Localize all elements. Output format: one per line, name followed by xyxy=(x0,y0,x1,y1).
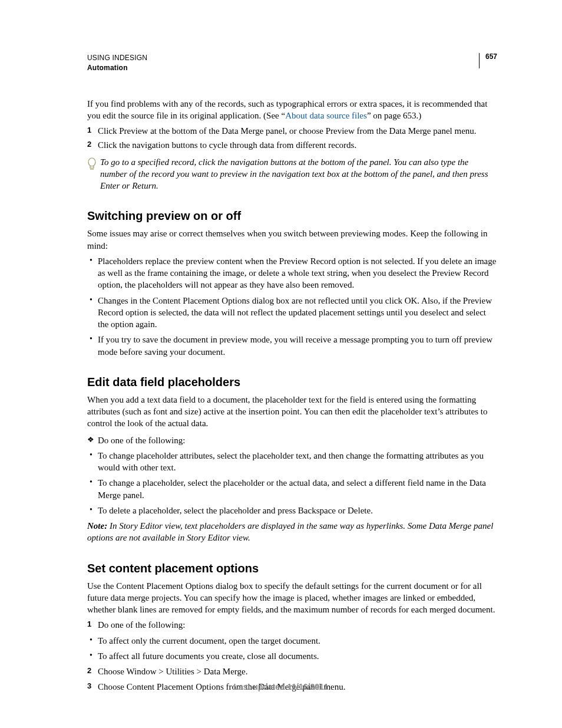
section2-bullets: To change placeholder attributes, select… xyxy=(87,450,497,516)
list-item: To affect only the current document, ope… xyxy=(87,635,497,647)
heading-switching-preview: Switching preview on or off xyxy=(87,208,497,224)
section1-intro: Some issues may arise or correct themsel… xyxy=(87,228,497,252)
header-left: USING INDESIGN Automation xyxy=(87,53,479,73)
steps-preview: Click Preview at the bottom of the Data … xyxy=(87,125,497,151)
note-body: In Story Editor view, text placeholders … xyxy=(87,521,493,542)
intro-text-after: ” on page 653.) xyxy=(367,111,421,120)
list-item: Do one of the following: xyxy=(87,619,497,631)
intro-paragraph: If you find problems with any of the rec… xyxy=(87,98,497,122)
section2-note: Note: In Story Editor view, text placeho… xyxy=(87,520,497,544)
list-item: To change a placeholder, select the plac… xyxy=(87,477,497,501)
note-label: Note: xyxy=(87,521,107,531)
list-item: To delete a placeholder, select the plac… xyxy=(87,505,497,516)
list-item: Choose Window > Utilities > Data Merge. xyxy=(87,666,497,677)
tip-block: To go to a specified record, click the n… xyxy=(87,156,497,192)
heading-content-placement: Set content placement options xyxy=(87,561,497,577)
list-item: If you try to save the document in previ… xyxy=(87,334,497,358)
document-page: USING INDESIGN Automation 657 If you fin… xyxy=(0,0,562,728)
header-section: Automation xyxy=(87,63,479,73)
list-item: To change placeholder attributes, select… xyxy=(87,450,497,474)
footer-updated: Last updated 11/16/2011 xyxy=(0,681,562,693)
heading-edit-placeholders: Edit data field placeholders xyxy=(87,374,497,390)
list-item: To affect all future documents you creat… xyxy=(87,650,497,662)
link-about-data-source-files[interactable]: About data source files xyxy=(285,111,367,120)
list-item: Changes in the Content Placement Options… xyxy=(87,295,497,331)
step-item: Click the navigation buttons to cycle th… xyxy=(87,139,497,151)
section3-intro: Use the Content Placement Options dialog… xyxy=(87,580,497,616)
page-header: USING INDESIGN Automation 657 xyxy=(87,53,497,73)
section1-bullets: Placeholders replace the preview content… xyxy=(87,255,497,358)
section2-intro: When you add a text data field to a docu… xyxy=(87,394,497,430)
tip-text: To go to a specified record, click the n… xyxy=(100,156,497,192)
page-body: If you find problems with any of the rec… xyxy=(87,98,497,693)
page-number: 657 xyxy=(479,53,497,68)
lightbulb-icon xyxy=(87,157,99,174)
svg-point-0 xyxy=(88,158,95,166)
header-product: USING INDESIGN xyxy=(87,53,479,63)
diamond-item: Do one of the following: xyxy=(87,434,497,446)
list-item: Placeholders replace the preview content… xyxy=(87,255,497,291)
step-item: Click Preview at the bottom of the Data … xyxy=(87,125,497,137)
